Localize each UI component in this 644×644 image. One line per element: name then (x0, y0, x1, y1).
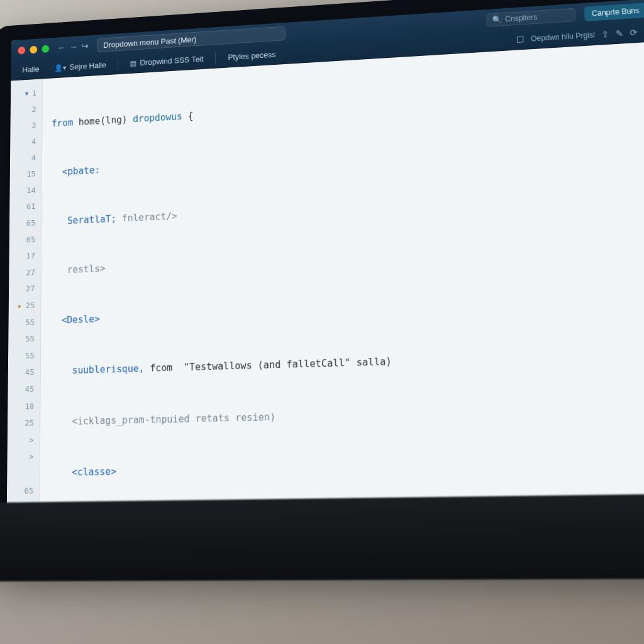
share-icon[interactable]: ⇪ (601, 29, 609, 39)
line-number: 3 (10, 117, 36, 135)
tab-file-2[interactable]: Ptyles pecess (222, 47, 282, 65)
code-line: <icklags_pram-tnpuied retats resien) (50, 400, 644, 431)
traffic-lights (18, 45, 49, 54)
line-number: > (8, 431, 34, 449)
line-number: 27 (9, 264, 35, 281)
maximize-icon[interactable] (42, 45, 49, 53)
line-number: 4 (10, 150, 36, 167)
line-number: 18 (8, 397, 34, 415)
code-area[interactable]: from home(lng) dropdowus { <pbate: Serat… (40, 42, 644, 511)
line-number: 61 (9, 198, 35, 216)
line-number: 14 (9, 182, 35, 199)
code-line: suublerisque, fcom "Testwallows (and fal… (50, 346, 644, 380)
line-number: 65 (9, 231, 35, 248)
nav-forward-icon[interactable]: → (69, 42, 78, 52)
keyboard-hint (0, 494, 644, 582)
tab-halle[interactable]: Halle (16, 62, 45, 77)
line-number: 2 (11, 101, 36, 119)
line-number: 45 (8, 380, 34, 398)
user-icon: 👤▾ (54, 64, 66, 72)
fold-icon[interactable]: ▼ (25, 89, 29, 99)
bookmark-icon[interactable]: ☐ (516, 34, 525, 44)
line-number: 17 (9, 247, 35, 265)
refresh-icon[interactable]: ⟳ (630, 27, 638, 37)
line-number: 45 (8, 364, 35, 381)
line-number: 55 (8, 347, 35, 365)
line-number: 15 (10, 165, 36, 183)
line-number: 65 (7, 482, 33, 500)
close-icon[interactable] (18, 46, 25, 54)
line-number: 65 (9, 214, 35, 232)
tab-file-1-label: Dropwind SSS Teit (140, 54, 203, 67)
line-number: 4 (10, 133, 36, 151)
code-editor[interactable]: ▼123441514616565172727▸2555555545451825>… (7, 42, 644, 511)
line-number: > (7, 448, 33, 466)
line-number: 25 (8, 414, 34, 432)
line-number: 27 (9, 280, 35, 298)
divider (215, 52, 216, 64)
search-placeholder: Cnspiters (505, 13, 538, 23)
code-line: <Desle> (50, 292, 644, 330)
search-icon: 🔍 (492, 15, 501, 24)
line-number: 55 (8, 314, 35, 331)
tab-halle-label: Halle (22, 65, 39, 74)
line-gutter: ▼123441514616565172727▸2555555545451825>… (7, 79, 43, 511)
code-line: <classe> (50, 454, 644, 482)
user-menu[interactable]: 👤▾ Sejre Halle (48, 58, 112, 75)
user-label: Sejre Halle (69, 60, 106, 71)
code-line: from home(lng) dropdowus { (52, 82, 644, 132)
line-number: ▸25 (9, 297, 35, 314)
minimize-icon[interactable] (30, 45, 37, 53)
file-icon: ▤ (130, 59, 136, 68)
nav-back-icon[interactable]: ← (57, 42, 66, 53)
right-panel-label: Oepdwn hilu Prgisl (531, 30, 595, 43)
nav-arrows: ← → ↪ (57, 41, 89, 53)
code-line: restls> (51, 239, 644, 280)
line-number (7, 465, 33, 483)
tab-file-1[interactable]: ▤ Dropwind SSS Teit (124, 52, 209, 70)
code-line: SeratlaT; fnleract/> (51, 186, 644, 230)
nav-redo-icon[interactable]: ↪ (81, 41, 89, 52)
code-line: <pbate: (52, 134, 644, 181)
bookmark-marker-icon[interactable]: ▸ (18, 299, 22, 313)
divider (118, 58, 118, 70)
primary-action-button[interactable]: Canprte Buns (584, 3, 644, 21)
edit-icon[interactable]: ✎ (615, 28, 623, 38)
tab-file-2-label: Ptyles pecess (228, 50, 275, 62)
search-input[interactable]: 🔍 Cnspiters (486, 8, 575, 27)
omnibox-text: Dropdown menu Past (Mer) (103, 35, 196, 49)
line-number: ▼1 (11, 85, 36, 103)
line-number: 55 (8, 330, 35, 348)
primary-action-label: Canprte Buns (592, 6, 640, 18)
